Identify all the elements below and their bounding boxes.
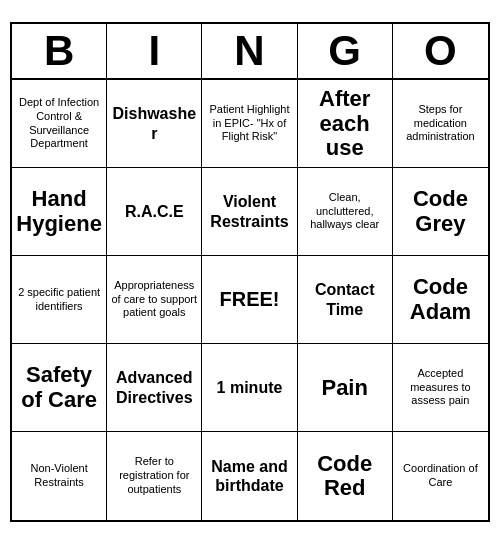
bingo-cell-1: Dishwasher [107,80,202,168]
bingo-cell-18: Pain [298,344,393,432]
bingo-cell-10: 2 specific patient identifiers [12,256,107,344]
bingo-cell-12: FREE! [202,256,297,344]
cell-text-20: Non-Violent Restraints [16,462,102,490]
cell-text-5: Hand Hygiene [16,187,102,235]
bingo-cell-16: Advanced Directives [107,344,202,432]
bingo-cell-24: Coordination of Care [393,432,488,520]
cell-text-12: FREE! [219,288,279,311]
cell-text-0: Dept of Infection Control & Surveillance… [16,96,102,151]
cell-text-15: Safety of Care [16,363,102,411]
bingo-grid: Dept of Infection Control & Surveillance… [12,80,488,520]
cell-text-23: Code Red [302,452,388,500]
cell-text-17: 1 minute [217,378,283,397]
bingo-header: BINGO [12,24,488,80]
cell-text-7: Violent Restraints [206,192,292,230]
bingo-cell-2: Patient Highlight in EPIC- "Hx of Flight… [202,80,297,168]
bingo-cell-17: 1 minute [202,344,297,432]
bingo-cell-11: Appropriateness of care to support patie… [107,256,202,344]
cell-text-10: 2 specific patient identifiers [16,286,102,314]
bingo-cell-19: Accepted measures to assess pain [393,344,488,432]
bingo-cell-14: Code Adam [393,256,488,344]
bingo-letter-n: N [202,24,297,78]
bingo-letter-i: I [107,24,202,78]
bingo-cell-5: Hand Hygiene [12,168,107,256]
bingo-cell-23: Code Red [298,432,393,520]
cell-text-3: After each use [302,87,388,160]
cell-text-14: Code Adam [397,275,484,323]
cell-text-22: Name and birthdate [206,457,292,495]
bingo-cell-4: Steps for medication administration [393,80,488,168]
bingo-cell-6: R.A.C.E [107,168,202,256]
bingo-cell-7: Violent Restraints [202,168,297,256]
cell-text-6: R.A.C.E [125,202,184,221]
bingo-cell-13: Contact Time [298,256,393,344]
cell-text-11: Appropriateness of care to support patie… [111,279,197,320]
cell-text-8: Clean, uncluttered, hallways clear [302,191,388,232]
bingo-letter-g: G [298,24,393,78]
bingo-letter-b: B [12,24,107,78]
cell-text-24: Coordination of Care [397,462,484,490]
cell-text-1: Dishwasher [111,104,197,142]
bingo-cell-9: Code Grey [393,168,488,256]
cell-text-21: Refer to registration for outpatients [111,455,197,496]
bingo-letter-o: O [393,24,488,78]
bingo-cell-8: Clean, uncluttered, hallways clear [298,168,393,256]
bingo-card: BINGO Dept of Infection Control & Survei… [10,22,490,522]
cell-text-16: Advanced Directives [111,368,197,406]
bingo-cell-3: After each use [298,80,393,168]
cell-text-13: Contact Time [302,280,388,318]
bingo-cell-20: Non-Violent Restraints [12,432,107,520]
cell-text-2: Patient Highlight in EPIC- "Hx of Flight… [206,103,292,144]
cell-text-9: Code Grey [397,187,484,235]
cell-text-4: Steps for medication administration [397,103,484,144]
bingo-cell-15: Safety of Care [12,344,107,432]
bingo-cell-0: Dept of Infection Control & Surveillance… [12,80,107,168]
cell-text-18: Pain [321,376,367,400]
cell-text-19: Accepted measures to assess pain [397,367,484,408]
bingo-cell-22: Name and birthdate [202,432,297,520]
bingo-cell-21: Refer to registration for outpatients [107,432,202,520]
